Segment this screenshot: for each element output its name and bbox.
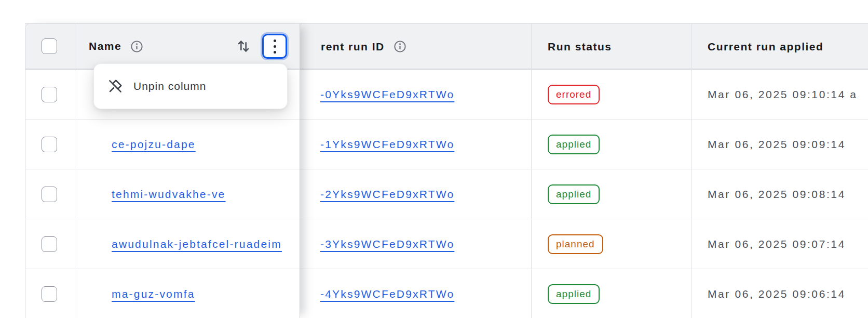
current-run-applied-timestamp: Mar 06, 2025 09:10:14 a <box>708 70 858 120</box>
run-id-link[interactable]: -0Yks9WCFeD9xRTWo <box>320 88 454 101</box>
column-options-menu: Unpin column <box>93 63 288 109</box>
pin-off-icon <box>107 78 123 94</box>
run-status-badge: applied <box>548 284 600 304</box>
table-row: ma-guz-vomfa <box>25 269 300 318</box>
column-divider <box>691 24 692 318</box>
row-checkbox[interactable] <box>42 87 57 102</box>
run-id-link[interactable]: -4Yks9WCFeD9xRTWo <box>320 288 454 300</box>
column-header-current-run-id-label: rent run ID <box>321 41 385 53</box>
column-divider <box>531 24 532 318</box>
row-checkbox[interactable] <box>42 137 57 152</box>
workspaces-table-view: rent run ID Run status Current run appli… <box>0 0 868 318</box>
run-id-link[interactable]: -1Yks9WCFeD9xRTWo <box>320 138 454 151</box>
unpin-column-menu-item[interactable]: Unpin column <box>133 80 206 92</box>
row-checkbox[interactable] <box>42 187 57 202</box>
run-id-link[interactable]: -3Yks9WCFeD9xRTWo <box>320 238 454 250</box>
column-options-kebab-button[interactable] <box>262 34 287 59</box>
run-status-badge: applied <box>548 184 600 204</box>
workspace-name-link[interactable]: tehmi-wudvakhe-ve <box>112 188 225 201</box>
table-row: tehmi-wudvakhe-ve <box>25 169 300 219</box>
column-header-current-run-id: rent run ID <box>321 23 407 70</box>
workspace-name-link[interactable]: ma-guz-vomfa <box>112 288 195 300</box>
row-checkbox[interactable] <box>42 286 57 302</box>
select-all-checkbox[interactable] <box>42 38 57 54</box>
run-status-badge: applied <box>548 135 600 154</box>
run-status-badge: errored <box>548 85 600 104</box>
workspace-name-link[interactable]: awudulnak-jebtafcel-ruadeim <box>112 238 282 250</box>
sort-column-button[interactable] <box>234 37 253 56</box>
column-header-name: Name <box>89 24 144 69</box>
workspace-name-link[interactable]: ce-pojzu-dape <box>112 138 196 151</box>
column-divider <box>75 24 75 69</box>
current-run-applied-timestamp: Mar 06, 2025 09:09:14 <box>708 120 846 169</box>
table-row: ce-pojzu-dape <box>25 120 300 169</box>
pinned-header-row: Name <box>25 24 300 70</box>
column-header-run-status: Run status <box>548 23 612 70</box>
column-header-name-label: Name <box>89 40 121 52</box>
run-status-badge: planned <box>548 234 603 254</box>
table-row: awudulnak-jebtafcel-ruadeim <box>25 219 300 269</box>
info-icon[interactable] <box>130 39 144 54</box>
sort-arrows-icon <box>235 38 252 55</box>
row-checkbox[interactable] <box>42 236 57 252</box>
current-run-applied-timestamp: Mar 06, 2025 09:07:14 <box>708 219 846 269</box>
info-icon[interactable] <box>393 39 407 54</box>
current-run-applied-timestamp: Mar 06, 2025 09:08:14 <box>708 169 846 219</box>
kebab-menu-icon <box>274 39 276 42</box>
current-run-applied-timestamp: Mar 06, 2025 09:06:14 <box>708 269 846 318</box>
run-id-link[interactable]: -2Yks9WCFeD9xRTWo <box>320 188 454 201</box>
column-header-current-run-applied: Current run applied <box>708 23 823 70</box>
